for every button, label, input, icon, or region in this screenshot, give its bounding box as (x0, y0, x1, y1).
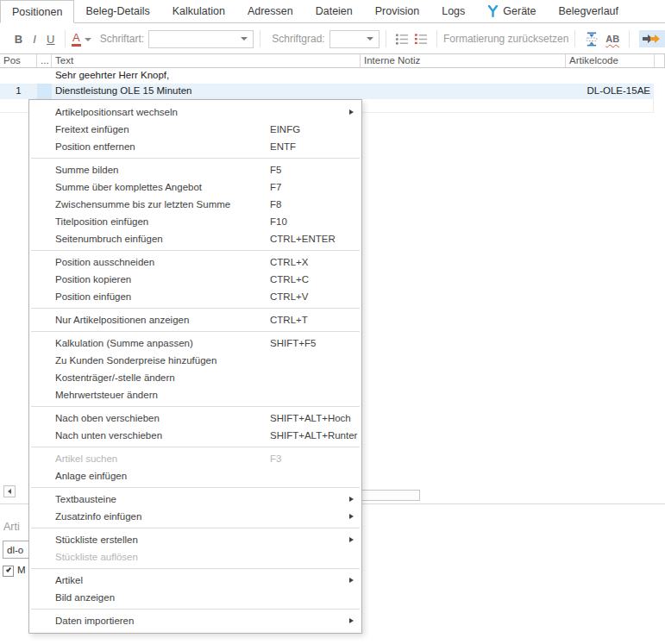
tab-belegverlauf[interactable]: Belegverlauf (548, 0, 630, 22)
menu-item-mehrwertsteuer-ändern[interactable]: Mehrwertsteuer ändern (29, 386, 361, 403)
article-checkbox-label: M (17, 565, 26, 575)
article-checkbox[interactable] (3, 566, 14, 577)
menu-item-kalkulation-summe-anpassen[interactable]: Kalkulation (Summe anpassen)SHIFT+F5 (29, 335, 361, 352)
reset-formatting-button[interactable]: Formatierung zurücksetzen (443, 33, 568, 45)
column-header-artikelcode[interactable]: Artikelcode (566, 54, 655, 67)
menu-item-label: Kostenträger/-stelle ändern (55, 372, 175, 383)
submenu-arrow-icon (349, 578, 354, 583)
menu-item-shortcut: EINFG (270, 121, 300, 138)
menu-item-label: Position einfügen (55, 291, 131, 302)
menu-item-artikelpositionsart-wechseln[interactable]: Artikelpositionsart wechseln (29, 103, 361, 121)
menu-item-stückliste-erstellen[interactable]: Stückliste erstellen (29, 531, 361, 548)
menu-separator (31, 447, 360, 447)
menu-separator (31, 406, 360, 407)
tab-beleg-details[interactable]: Beleg-Details (74, 0, 160, 22)
font-name-select[interactable] (148, 30, 254, 48)
menu-item-zwischensumme-bis-zur-letzten-summe[interactable]: Zwischensumme bis zur letzten SummeF8 (29, 196, 361, 213)
menu-item-anlage-einfügen[interactable]: Anlage einfügen (29, 467, 361, 485)
menu-item-shortcut: F10 (270, 213, 287, 230)
chevron-down-icon[interactable] (85, 38, 91, 41)
tab-label: Geräte (503, 5, 536, 17)
submenu-arrow-icon (349, 514, 354, 519)
menu-item-artikel[interactable]: Artikel (29, 572, 361, 589)
cell-code: DL-OLE-15AE (565, 84, 654, 99)
italic-button[interactable]: I (27, 33, 43, 46)
menu-item-label: Artikelpositionsart wechseln (55, 107, 178, 117)
menu-item-freitext-einfügen[interactable]: Freitext einfügenEINFG (29, 121, 361, 138)
arrow-left-icon (8, 489, 11, 494)
menu-item-label: Artikel (55, 575, 83, 585)
menu-item-zu-kunden-sonderpreise-hinzufügen[interactable]: Zu Kunden Sonderpreise hinzufügen (29, 352, 361, 369)
table-row[interactable]: 1Dienstleistung OLE 15 MinutenDL-OLE-15A… (0, 84, 654, 99)
column-header-gutter (655, 54, 665, 67)
cell-note (360, 68, 565, 84)
tab-provision[interactable]: Provision (364, 0, 430, 22)
column-header-interne-notiz[interactable]: Interne Notiz (361, 54, 566, 67)
menu-item-label: Nach unten verschieben (55, 430, 162, 441)
positions-window: PositionenBeleg-DetailsKalkulationAdress… (0, 0, 665, 644)
menu-item-label: Summe bilden (55, 165, 119, 175)
menu-item-label: Titelposition einfügen (55, 216, 148, 227)
column-header-text[interactable]: Text (52, 54, 361, 67)
menu-item-label: Nur Artikelpositionen anzeigen (55, 315, 189, 325)
tab-label: Kalkulation (173, 5, 225, 17)
menu-item-textbausteine[interactable]: Textbausteine (29, 491, 361, 508)
positions-table-header: Pos...TextInterne NotizArtikelcode (0, 53, 665, 68)
menu-item-daten-importieren[interactable]: Daten importieren (29, 612, 361, 629)
menu-item-position-ausschneiden[interactable]: Position ausschneidenCTRL+X (29, 253, 361, 271)
cell-code (565, 68, 654, 84)
underline-button[interactable]: U (42, 33, 59, 46)
toolbar-separator (629, 30, 630, 47)
menu-item-position-einfügen[interactable]: Position einfügenCTRL+V (29, 288, 361, 305)
cell-text: Sehr geehrter Herr Knopf, (52, 68, 361, 84)
tab-adressen[interactable]: Adressen (236, 0, 304, 22)
menu-item-bild-anzeigen[interactable]: Bild anzeigen (29, 589, 361, 606)
menu-item-label: Zusatzinfo einfügen (55, 511, 141, 522)
font-size-select[interactable] (329, 30, 380, 48)
horizontal-scrollbar-thumb[interactable] (361, 490, 420, 501)
menu-separator (31, 250, 360, 251)
cell-text: Dienstleistung OLE 15 Minuten (52, 84, 361, 99)
cell-dots (37, 84, 52, 99)
menu-item-shortcut: CTRL+C (270, 271, 309, 288)
page-break-icon[interactable] (585, 31, 599, 47)
tab-geräte[interactable]: Geräte (476, 0, 547, 22)
menu-item-zusatzinfo-einfügen[interactable]: Zusatzinfo einfügen (29, 508, 361, 525)
menu-item-label: Artikel suchen (55, 453, 117, 464)
bold-button[interactable]: B (10, 33, 27, 46)
spellcheck-icon[interactable]: AB (605, 34, 619, 44)
tab-label: Adressen (248, 5, 293, 17)
bullet-list-icon[interactable] (395, 33, 409, 46)
tab-positionen[interactable]: Positionen (0, 0, 74, 23)
column-header-pos[interactable]: Pos (0, 54, 37, 67)
menu-item-shortcut: F5 (270, 161, 281, 178)
menu-item-nur-artikelpositionen-anzeigen[interactable]: Nur Artikelpositionen anzeigenCTRL+T (29, 311, 361, 328)
tab-logs[interactable]: Logs (430, 0, 476, 22)
tab-dateien[interactable]: Dateien (304, 0, 364, 22)
device-branch-icon (487, 5, 499, 17)
tab-kalkulation[interactable]: Kalkulation (161, 0, 236, 22)
menu-item-summe-über-komplettes-angebot[interactable]: Summe über komplettes AngebotF7 (29, 178, 361, 196)
numbered-list-icon[interactable] (414, 33, 428, 46)
menu-item-summe-bilden[interactable]: Summe bildenF5 (29, 161, 361, 178)
menu-item-seitenumbruch-einfügen[interactable]: Seitenumbruch einfügenCTRL+ENTER (29, 230, 361, 247)
menu-item-kostenträger-stelle-ändern[interactable]: Kostenträger/-stelle ändern (29, 369, 361, 386)
tab-label: Belegverlauf (559, 5, 619, 17)
font-color-button[interactable]: A (72, 31, 91, 47)
article-section-label: Arti (3, 521, 20, 533)
menu-item-label: Mehrwertsteuer ändern (55, 390, 158, 400)
menu-item-titelposition-einfügen[interactable]: Titelposition einfügenF10 (29, 213, 361, 230)
menu-item-position-entfernen[interactable]: Position entfernenENTF (29, 138, 361, 155)
formatting-toolbar: B I U A Schriftart: Schriftgrad: (0, 24, 665, 53)
menu-item-stückliste-auflösen: Stückliste auflösen (29, 548, 361, 566)
menu-item-nach-oben-verschieben[interactable]: Nach oben verschiebenSHIFT+ALT+Hoch (29, 410, 361, 427)
menu-item-nach-unten-verschieben[interactable]: Nach unten verschiebenSHIFT+ALT+Runter (29, 427, 361, 444)
table-row[interactable]: Sehr geehrter Herr Knopf, (0, 68, 654, 84)
menu-item-shortcut: F7 (270, 178, 281, 196)
toolbar-separator (574, 30, 575, 47)
menu-item-label: Kalkulation (Summe anpassen) (55, 338, 193, 348)
jump-to-next-toggle[interactable] (639, 30, 665, 47)
column-header-[interactable]: ... (37, 54, 52, 67)
scroll-left-button[interactable] (3, 485, 16, 497)
menu-item-position-kopieren[interactable]: Position kopierenCTRL+C (29, 271, 361, 288)
